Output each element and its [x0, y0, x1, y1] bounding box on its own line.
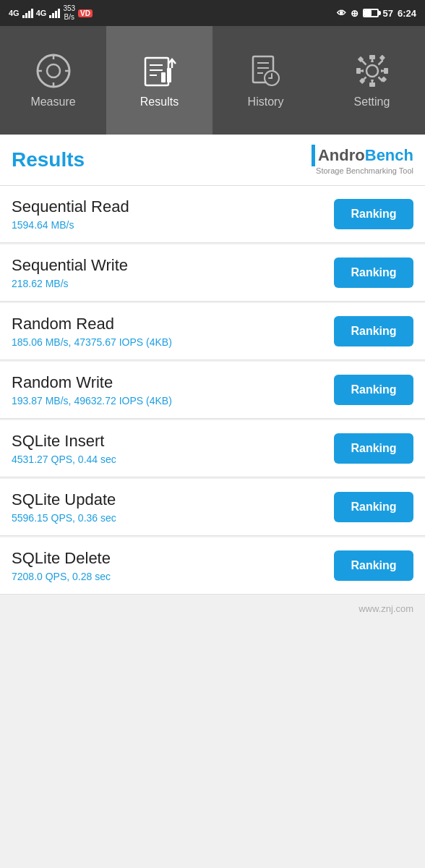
status-bar: 4G 4G 353B/s VD 👁 ⊕ 57 6:24: [0, 0, 425, 26]
result-info-2: Random Read 185.06 MB/s, 47375.67 IOPS (…: [12, 315, 172, 348]
result-info-3: Random Write 193.87 MB/s, 49632.72 IOPS …: [12, 373, 172, 407]
ranking-button-4[interactable]: Ranking: [334, 433, 413, 464]
result-name-3: Random Write: [12, 373, 172, 392]
result-name-6: SQLite Delete: [12, 549, 111, 568]
table-row: Sequential Read 1594.64 MB/s Ranking: [0, 186, 425, 243]
nav-tabs: Measure Results History: [0, 26, 425, 135]
watermark: www.znj.com: [0, 596, 425, 621]
tab-measure[interactable]: Measure: [0, 26, 106, 135]
ranking-button-1[interactable]: Ranking: [334, 258, 413, 288]
table-row: SQLite Insert 4531.27 QPS, 0.44 sec Rank…: [0, 420, 425, 477]
result-name-1: Sequential Write: [12, 256, 128, 275]
ranking-button-2[interactable]: Ranking: [334, 316, 413, 346]
result-value-3: 193.87 MB/s, 49632.72 IOPS (4KB): [12, 395, 172, 407]
result-name-2: Random Read: [12, 315, 172, 333]
bluetooth-icon: ⊕: [351, 8, 359, 19]
result-value-2: 185.06 MB/s, 47375.67 IOPS (4KB): [12, 336, 172, 348]
result-value-5: 5596.15 QPS, 0.36 sec: [12, 512, 116, 524]
tab-history[interactable]: History: [212, 26, 319, 135]
svg-rect-10: [161, 72, 166, 82]
status-right: 👁 ⊕ 57 6:24: [337, 8, 417, 19]
history-icon: [247, 52, 285, 90]
table-row: SQLite Update 5596.15 QPS, 0.36 sec Rank…: [0, 479, 425, 536]
table-row: Random Write 193.87 MB/s, 49632.72 IOPS …: [0, 362, 425, 419]
table-row: SQLite Delete 7208.0 QPS, 0.28 sec Ranki…: [0, 537, 425, 595]
result-value-4: 4531.27 QPS, 0.44 sec: [12, 454, 116, 465]
svg-rect-21: [356, 68, 361, 74]
brand-bench: Bench: [365, 146, 413, 164]
result-info-5: SQLite Update 5596.15 QPS, 0.36 sec: [12, 490, 116, 524]
ranking-button-3[interactable]: Ranking: [334, 375, 413, 405]
brand-logo: AndroBench Storage Benchmarking Tool: [312, 145, 413, 175]
svg-rect-20: [369, 82, 375, 87]
battery-icon: [363, 9, 379, 17]
tab-results-label: Results: [140, 95, 179, 109]
results-title: Results: [12, 148, 85, 171]
results-icon: [141, 52, 179, 90]
tab-setting-label: Setting: [354, 95, 390, 109]
result-info-1: Sequential Write 218.62 MB/s: [12, 256, 128, 289]
main-content: Results AndroBench Storage Benchmarking …: [0, 135, 425, 868]
svg-rect-11: [167, 68, 171, 82]
brand-subtitle: Storage Benchmarking Tool: [316, 166, 413, 175]
signal-bars-2: [49, 8, 60, 18]
time: 6:24: [398, 8, 416, 19]
svg-rect-24: [379, 55, 385, 61]
result-value-6: 7208.0 QPS, 0.28 sec: [12, 571, 111, 582]
svg-point-18: [366, 65, 378, 77]
results-header: Results AndroBench Storage Benchmarking …: [0, 135, 425, 186]
ranking-button-5[interactable]: Ranking: [334, 492, 413, 522]
result-name-5: SQLite Update: [12, 490, 116, 509]
table-row: Random Read 185.06 MB/s, 47375.67 IOPS (…: [0, 303, 425, 360]
result-info-0: Sequential Read 1594.64 MB/s: [12, 197, 129, 231]
ranking-button-6[interactable]: Ranking: [334, 550, 413, 581]
results-list: Sequential Read 1594.64 MB/s Ranking Seq…: [0, 186, 425, 595]
tab-setting[interactable]: Setting: [319, 26, 425, 135]
brand-andro: Andro: [318, 146, 365, 164]
vd-icon: VD: [78, 9, 93, 17]
result-info-4: SQLite Insert 4531.27 QPS, 0.44 sec: [12, 432, 116, 465]
signal-4g-1: 4G: [9, 9, 20, 17]
ranking-button-0[interactable]: Ranking: [334, 199, 413, 229]
table-row: Sequential Write 218.62 MB/s Ranking: [0, 244, 425, 302]
svg-point-0: [38, 55, 69, 87]
result-name-4: SQLite Insert: [12, 432, 116, 451]
data-speed: 353B/s: [63, 4, 75, 22]
svg-point-1: [47, 64, 60, 77]
signal-4g-2: 4G: [36, 9, 47, 17]
tab-measure-label: Measure: [30, 95, 75, 109]
measure-icon: [35, 52, 72, 90]
svg-rect-22: [384, 68, 388, 74]
battery-percent: 57: [383, 8, 393, 19]
eye-icon: 👁: [337, 8, 346, 19]
svg-rect-19: [369, 55, 375, 59]
result-value-1: 218.62 MB/s: [12, 278, 128, 289]
result-info-6: SQLite Delete 7208.0 QPS, 0.28 sec: [12, 549, 111, 582]
status-left: 4G 4G 353B/s VD: [9, 4, 93, 22]
brand-name: AndroBench: [318, 146, 413, 165]
result-value-0: 1594.64 MB/s: [12, 219, 129, 231]
tab-history-label: History: [248, 95, 284, 109]
tab-results[interactable]: Results: [106, 26, 212, 135]
signal-bars-1: [22, 8, 33, 18]
result-name-0: Sequential Read: [12, 197, 129, 216]
setting-icon: [353, 52, 391, 90]
